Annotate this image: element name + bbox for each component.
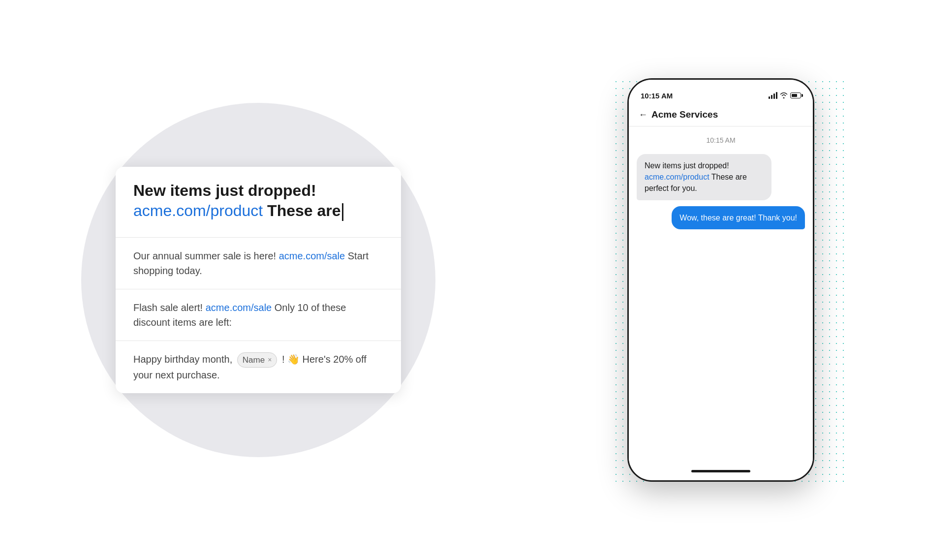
row1-text-before: Our annual summer sale is here! <box>133 250 279 261</box>
text-cursor <box>342 203 343 221</box>
status-icons <box>769 92 801 100</box>
row1-text: Our annual summer sale is here! acme.com… <box>133 249 383 278</box>
back-arrow-icon[interactable]: ← <box>639 110 648 120</box>
received-bubble: New items just dropped! acme.com/product… <box>637 154 771 200</box>
tag-label: Name <box>243 354 265 367</box>
card-row-2: Flash sale alert! acme.com/sale Only 10 … <box>116 289 401 341</box>
row2-link[interactable]: acme.com/sale <box>206 302 272 313</box>
row2-text-before: Flash sale alert! <box>133 302 206 313</box>
message-card: New items just dropped! acme.com/product… <box>116 167 401 394</box>
sent-text: Wow, these are great! Thank you! <box>679 214 797 222</box>
received-link[interactable]: acme.com/product <box>645 173 709 181</box>
sent-bubble: Wow, these are great! Thank you! <box>672 206 805 229</box>
phone-header: ← Acme Services <box>629 104 813 126</box>
card-row-3: Happy birthday month, Name× ! 👋 Here's 2… <box>116 341 401 394</box>
card-header: New items just dropped! acme.com/product… <box>116 167 401 238</box>
signal-icon <box>769 92 777 99</box>
phone-contact-name: Acme Services <box>651 109 718 120</box>
phone-mockup: 10:15 AM <box>627 78 814 482</box>
row1-link[interactable]: acme.com/sale <box>279 250 345 261</box>
right-section: 10:15 AM <box>583 49 859 511</box>
home-bar <box>691 470 750 472</box>
received-text-before: New items just dropped! <box>645 161 729 170</box>
left-section: New items just dropped! acme.com/product… <box>66 59 450 501</box>
status-time: 10:15 AM <box>641 92 673 100</box>
phone-status-bar: 10:15 AM <box>629 80 813 104</box>
phone-messages: 10:15 AM New items just dropped! acme.co… <box>629 126 813 465</box>
name-tag-pill[interactable]: Name× <box>237 352 278 368</box>
card-row-1: Our annual summer sale is here! acme.com… <box>116 238 401 289</box>
card-header-title: New items just dropped! acme.com/product… <box>133 181 383 221</box>
row2-text: Flash sale alert! acme.com/sale Only 10 … <box>133 300 383 330</box>
scene: New items just dropped! acme.com/product… <box>0 0 925 560</box>
message-timestamp: 10:15 AM <box>637 136 805 144</box>
phone-back-row: ← Acme Services <box>639 109 803 120</box>
row3-text-before: Happy birthday month, <box>133 354 235 365</box>
header-title-text: New items just dropped! <box>133 182 316 199</box>
phone-home-indicator <box>629 465 813 480</box>
tag-close[interactable]: × <box>268 355 272 365</box>
battery-icon <box>790 93 801 98</box>
header-link[interactable]: acme.com/product <box>133 202 263 219</box>
header-after-link: These are <box>267 202 340 219</box>
row3-text: Happy birthday month, Name× ! 👋 Here's 2… <box>133 352 383 383</box>
wifi-icon <box>780 92 788 100</box>
